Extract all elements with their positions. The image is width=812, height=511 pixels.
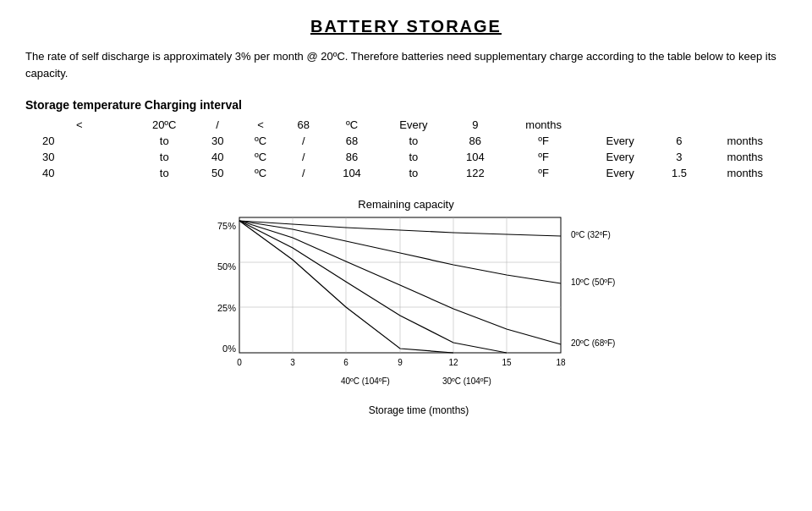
svg-text:6: 6 <box>343 358 348 367</box>
chart-container: 75% 50% 25% 0% 0 3 <box>217 217 595 398</box>
legend-40c: 40ºC (104ºF) <box>341 376 390 386</box>
table-row: 30 to 40 ºC / 86 to 104 ºF Every 3 month… <box>25 149 787 165</box>
table-row: 20 to 30 ºC / 68 to 86 ºF Every 6 months <box>25 133 787 149</box>
storage-section: Storage temperature Charging interval < … <box>25 98 787 181</box>
page-title: BATTERY STORAGE <box>25 17 787 36</box>
line-30c <box>239 221 507 353</box>
x-axis-title: Storage time (months) <box>369 404 469 416</box>
chart-title: Remaining capacity <box>358 198 453 211</box>
legend-30c: 30ºC (104ºF) <box>442 376 491 386</box>
legend-10c: 10ºC (50ºF) <box>571 277 615 287</box>
chart-svg: 0 3 6 9 12 15 18 0ºC (32ºF) <box>239 217 595 395</box>
chart-area: Remaining capacity 75% 50% 25% 0% <box>25 198 787 416</box>
storage-table: < 20ºC / < 68 ºC Every 9 months 20 to 30… <box>25 117 787 181</box>
intro-paragraph: The rate of self discharge is approximat… <box>25 48 787 81</box>
svg-text:0: 0 <box>237 358 242 367</box>
chart-wrapper: 0 3 6 9 12 15 18 0ºC (32ºF) <box>239 217 595 398</box>
table-row: < 20ºC / < 68 ºC Every 9 months <box>25 117 787 133</box>
line-40c <box>239 221 453 353</box>
svg-text:18: 18 <box>556 358 566 367</box>
svg-text:12: 12 <box>448 358 458 367</box>
table-row: 40 to 50 ºC / 104 to 122 ºF Every 1.5 mo… <box>25 165 787 181</box>
legend-0c: 0ºC (32ºF) <box>571 230 611 239</box>
storage-header: Storage temperature Charging interval <box>25 98 787 112</box>
svg-text:15: 15 <box>502 358 512 367</box>
y-axis-labels: 75% 50% 25% 0% <box>217 217 239 374</box>
svg-text:3: 3 <box>290 358 295 367</box>
legend-20c: 20ºC (68ºF) <box>571 338 615 348</box>
svg-text:9: 9 <box>398 358 403 367</box>
